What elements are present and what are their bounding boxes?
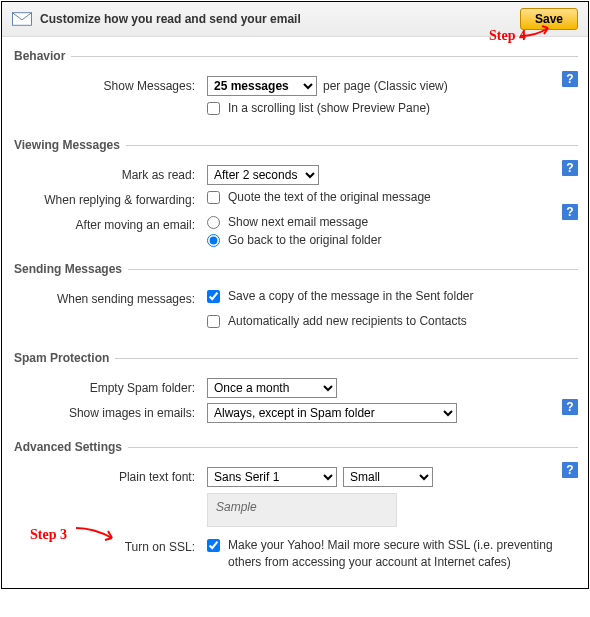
show-images-label: Show images in emails: bbox=[12, 403, 207, 420]
help-icon[interactable]: ? bbox=[562, 399, 578, 415]
ssl-checkbox[interactable] bbox=[207, 539, 220, 552]
viewing-section: Viewing Messages ? ? Mark as read: After… bbox=[12, 138, 578, 250]
empty-spam-label: Empty Spam folder: bbox=[12, 378, 207, 395]
panel-header: Customize how you read and send your ema… bbox=[2, 2, 588, 37]
annotation-step3: Step 3 bbox=[30, 527, 67, 543]
mark-as-read-select[interactable]: After 2 seconds bbox=[207, 165, 319, 185]
arrow-icon bbox=[518, 24, 558, 40]
go-back-label: Go back to the original folder bbox=[228, 233, 381, 247]
ssl-description: Make your Yahoo! Mail more secure with S… bbox=[228, 537, 568, 571]
section-legend: Advanced Settings bbox=[12, 440, 128, 454]
help-icon[interactable]: ? bbox=[562, 160, 578, 176]
font-family-select[interactable]: Sans Serif 1 bbox=[207, 467, 337, 487]
help-icon[interactable]: ? bbox=[562, 71, 578, 87]
section-legend: Viewing Messages bbox=[12, 138, 126, 152]
messages-per-page-select[interactable]: 25 messages bbox=[207, 76, 317, 96]
go-back-radio[interactable] bbox=[207, 234, 220, 247]
help-icon[interactable]: ? bbox=[562, 462, 578, 478]
page-title: Customize how you read and send your ema… bbox=[40, 12, 520, 26]
sending-label: When sending messages: bbox=[12, 289, 207, 306]
advanced-section: Advanced Settings ? Plain text font: San… bbox=[12, 440, 578, 574]
empty-spam-select[interactable]: Once a month bbox=[207, 378, 337, 398]
quote-original-label: Quote the text of the original message bbox=[228, 190, 431, 204]
reply-forward-label: When replying & forwarding: bbox=[12, 190, 207, 207]
mark-as-read-label: Mark as read: bbox=[12, 165, 207, 182]
font-sample-box: Sample bbox=[207, 493, 397, 527]
show-messages-label: Show Messages: bbox=[12, 76, 207, 93]
scrolling-list-label: In a scrolling list (show Preview Pane) bbox=[228, 101, 430, 115]
mail-icon bbox=[12, 12, 32, 26]
save-sent-label: Save a copy of the message in the Sent f… bbox=[228, 289, 473, 303]
after-moving-label: After moving an email: bbox=[12, 215, 207, 232]
plain-text-font-label: Plain text font: bbox=[12, 467, 207, 484]
auto-add-contacts-checkbox[interactable] bbox=[207, 315, 220, 328]
sending-section: Sending Messages When sending messages: … bbox=[12, 262, 578, 339]
behavior-section: Behavior ? Show Messages: 25 messages pe… bbox=[12, 49, 578, 126]
show-images-select[interactable]: Always, except in Spam folder bbox=[207, 403, 457, 423]
font-size-select[interactable]: Small bbox=[343, 467, 433, 487]
quote-original-checkbox[interactable] bbox=[207, 191, 220, 204]
arrow-icon bbox=[74, 524, 120, 544]
show-next-label: Show next email message bbox=[228, 215, 368, 229]
section-legend: Spam Protection bbox=[12, 351, 115, 365]
spam-section: Spam Protection ? Empty Spam folder: Onc… bbox=[12, 351, 578, 428]
save-sent-checkbox[interactable] bbox=[207, 290, 220, 303]
auto-add-contacts-label: Automatically add new recipients to Cont… bbox=[228, 314, 467, 328]
per-page-hint: per page (Classic view) bbox=[323, 79, 448, 93]
scrolling-list-checkbox[interactable] bbox=[207, 102, 220, 115]
section-legend: Behavior bbox=[12, 49, 71, 63]
settings-panel: Customize how you read and send your ema… bbox=[1, 1, 589, 589]
show-next-radio[interactable] bbox=[207, 216, 220, 229]
help-icon[interactable]: ? bbox=[562, 204, 578, 220]
section-legend: Sending Messages bbox=[12, 262, 128, 276]
